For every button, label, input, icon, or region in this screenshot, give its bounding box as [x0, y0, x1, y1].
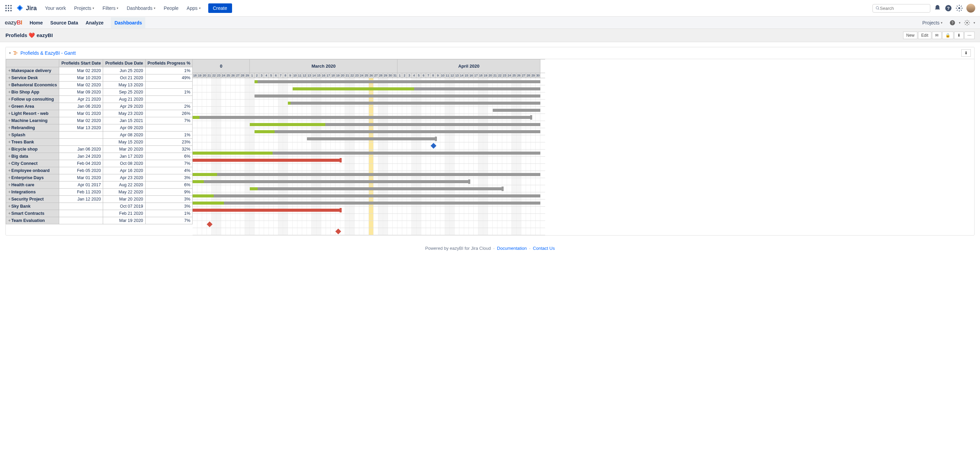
timeline-row	[192, 200, 545, 207]
table-row[interactable]: +Bio Shop AppMar 09 2020Sep 25 20201%	[6, 89, 192, 96]
more-button[interactable]: ⋯	[964, 32, 975, 39]
eazybi-nav: eazyBI Home Source Data Analyze Dashboar…	[0, 17, 980, 29]
docs-link[interactable]: Documentation	[497, 246, 527, 251]
table-row[interactable]: +City ConnectFeb 04 2020Oct 08 20207%	[6, 160, 192, 167]
timeline-row	[192, 114, 545, 121]
timeline-row	[192, 121, 545, 128]
timeline-row	[192, 185, 545, 192]
gantt-icon	[13, 50, 18, 56]
table-row[interactable]: +Employee onboardFeb 05 2020Apr 16 20204…	[6, 167, 192, 174]
download-button[interactable]: ⬇	[954, 32, 964, 39]
settings-icon[interactable]	[956, 5, 963, 12]
eazybi-logo[interactable]: eazyBI	[5, 19, 22, 26]
timeline-row	[192, 228, 545, 235]
help-icon[interactable]: ?	[950, 20, 956, 26]
timeline-row	[192, 92, 545, 100]
table-row[interactable]: +Team EvaluationMar 19 20207%	[6, 217, 192, 224]
svg-point-13	[958, 7, 960, 9]
table-row[interactable]: +Enterprise DaysMar 01 2020Apr 23 20203%	[6, 174, 192, 182]
svg-rect-0	[5, 5, 7, 6]
nav-projects[interactable]: Projects ▾	[71, 3, 98, 13]
mail-button[interactable]: ✉	[932, 32, 942, 39]
table-row[interactable]: +Green AreaJan 06 2020Apr 29 20202%	[6, 103, 192, 110]
page-title: Profields ❤️ eazyBI	[5, 32, 53, 38]
edit-button[interactable]: Edit	[918, 32, 931, 39]
gantt-timeline: 0March 2020April 2020 181920212223242526…	[192, 59, 545, 235]
svg-rect-5	[11, 8, 12, 9]
tab-home[interactable]: Home	[30, 20, 43, 25]
footer: Powered by eazyBI for Jira Cloud · Docum…	[0, 240, 980, 256]
table-row[interactable]: +Security ProjectJan 12 2020Mar 20 20203…	[6, 196, 192, 203]
app-switcher-icon[interactable]	[5, 5, 12, 12]
table-row[interactable]: +Trees BankMay 15 202023%	[6, 139, 192, 146]
table-row[interactable]: +Behavioral EconomicsMar 02 2020May 13 2…	[6, 82, 192, 89]
table-row[interactable]: +Smart ContractsFeb 21 20201%	[6, 210, 192, 217]
nav-dashboards[interactable]: Dashboards ▾	[123, 3, 159, 13]
breadcrumb: Profields ❤️ eazyBI New Edit ✉ 🔒 ⬇ ⋯	[0, 29, 980, 42]
table-row[interactable]: +Machine LearningMar 02 2020Jan 15 20217…	[6, 117, 192, 124]
panel-title-link[interactable]: Profields & EazyBI - Gantt	[21, 50, 76, 56]
timeline-row	[192, 221, 545, 228]
timeline-row	[192, 100, 545, 107]
svg-text:?: ?	[947, 6, 950, 11]
nav-people[interactable]: People	[160, 3, 182, 13]
col-start: Profields Start Date	[59, 59, 103, 67]
timeline-row	[192, 171, 545, 178]
svg-text:?: ?	[951, 21, 953, 24]
table-row[interactable]: +Health careApr 01 2017Aug 22 20206%	[6, 182, 192, 189]
table-row[interactable]: +Light Resort - webMar 01 2020May 23 202…	[6, 110, 192, 117]
table-row[interactable]: +Service DeskMar 10 2020Oct 21 202049%	[6, 74, 192, 82]
contact-link[interactable]: Contact Us	[533, 246, 555, 251]
notifications-icon[interactable]	[934, 5, 941, 12]
tab-analyze[interactable]: Analyze	[86, 20, 104, 25]
timeline-row	[192, 85, 545, 92]
search-input[interactable]	[872, 4, 930, 13]
projects-dropdown[interactable]: Projects ▾	[919, 18, 946, 27]
nav-your-work[interactable]: Your work	[41, 3, 69, 13]
svg-point-9	[876, 6, 878, 9]
new-button[interactable]: New	[903, 32, 917, 39]
svg-rect-7	[8, 10, 9, 11]
collapse-icon[interactable]: ▾	[9, 51, 11, 55]
table-row[interactable]: +IntegrationsFeb 11 2020May 22 20209%	[6, 189, 192, 196]
nav-filters[interactable]: Filters ▾	[99, 3, 122, 13]
month-header: April 2020	[398, 59, 540, 73]
table-row[interactable]: +Sky BankOct 07 20193%	[6, 203, 192, 210]
timeline-row	[192, 107, 545, 114]
export-icon[interactable]: ⬇	[961, 49, 971, 57]
svg-rect-17	[13, 51, 16, 52]
timeline-row	[192, 207, 545, 214]
timeline-row	[192, 143, 545, 149]
jira-logo[interactable]: Jira	[16, 5, 37, 12]
search-icon	[875, 6, 880, 11]
svg-line-10	[878, 9, 879, 10]
timeline-row	[192, 78, 545, 85]
table-row[interactable]: +Bicycle shopJan 06 2020Mar 20 202032%	[6, 146, 192, 153]
table-row[interactable]: +Makespace deliveryMar 02 2020Jun 25 202…	[6, 67, 192, 74]
table-row[interactable]: +SplashApr 08 20201%	[6, 132, 192, 139]
lock-button[interactable]: 🔒	[942, 32, 953, 39]
svg-rect-2	[11, 5, 12, 6]
table-row[interactable]: +Big dataJan 24 2020Jan 17 20206%	[6, 153, 192, 160]
svg-rect-4	[8, 8, 9, 9]
tab-source-data[interactable]: Source Data	[50, 20, 78, 25]
gear-icon[interactable]	[964, 20, 970, 26]
table-row[interactable]: +Follow up consultingApr 21 2020Aug 21 2…	[6, 96, 192, 103]
help-icon[interactable]: ?	[945, 5, 952, 12]
timeline-row	[192, 135, 545, 143]
gantt-data-table: Profields Start Date Profields Due Date …	[6, 59, 192, 224]
create-button[interactable]: Create	[208, 3, 232, 13]
jira-top-nav: Jira Your work Projects ▾ Filters ▾ Dash…	[0, 0, 980, 17]
svg-rect-8	[11, 10, 12, 11]
svg-rect-3	[5, 8, 7, 9]
timeline-row	[192, 157, 545, 164]
table-row[interactable]: +RebrandingMar 13 2020Apr 09 2020	[6, 124, 192, 132]
avatar[interactable]	[966, 4, 975, 13]
col-due: Profields Due Date	[103, 59, 145, 67]
col-progress: Profields Progress %	[145, 59, 192, 67]
nav-apps[interactable]: Apps ▾	[183, 3, 204, 13]
svg-point-16	[966, 22, 968, 24]
jira-product-name: Jira	[26, 5, 37, 12]
month-header: March 2020	[250, 59, 398, 73]
tab-dashboards[interactable]: Dashboards	[111, 17, 145, 28]
